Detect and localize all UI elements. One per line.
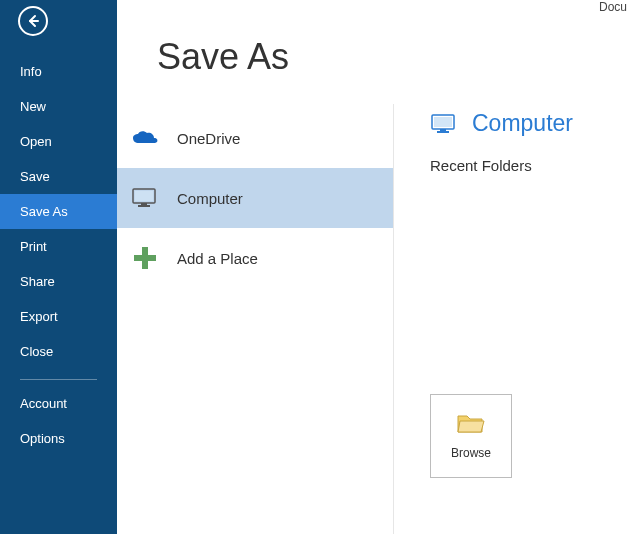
- nav-account[interactable]: Account: [0, 386, 117, 421]
- nav-close[interactable]: Close: [0, 334, 117, 369]
- places-list: OneDrive Computer: [117, 104, 394, 534]
- app-root: Info New Open Save Save As Print Share E…: [0, 0, 627, 534]
- svg-rect-8: [434, 117, 452, 127]
- svg-rect-4: [138, 205, 150, 207]
- main-pane: Docu Save As OneDrive: [117, 0, 627, 534]
- right-title: Computer: [472, 110, 573, 137]
- columns: OneDrive Computer: [117, 104, 627, 534]
- page-title: Save As: [157, 36, 627, 78]
- computer-icon: [131, 184, 159, 212]
- right-header: Computer: [430, 110, 627, 137]
- place-onedrive[interactable]: OneDrive: [117, 108, 393, 168]
- place-computer-label: Computer: [177, 190, 243, 207]
- nav-info[interactable]: Info: [0, 54, 117, 89]
- nav-new[interactable]: New: [0, 89, 117, 124]
- place-computer[interactable]: Computer: [117, 168, 393, 228]
- nav-share[interactable]: Share: [0, 264, 117, 299]
- nav-options[interactable]: Options: [0, 421, 117, 456]
- nav-print[interactable]: Print: [0, 229, 117, 264]
- nav-save[interactable]: Save: [0, 159, 117, 194]
- place-add-label: Add a Place: [177, 250, 258, 267]
- browse-wrap: Browse: [430, 394, 627, 478]
- right-pane: Computer Recent Folders Browse: [394, 104, 627, 534]
- nav-save-as[interactable]: Save As: [0, 194, 117, 229]
- nav-export[interactable]: Export: [0, 299, 117, 334]
- place-onedrive-label: OneDrive: [177, 130, 240, 147]
- document-title-fragment: Docu: [595, 0, 627, 14]
- svg-rect-3: [141, 203, 147, 205]
- folder-icon: [456, 412, 486, 434]
- place-add[interactable]: Add a Place: [117, 228, 393, 288]
- nav-divider: [20, 379, 97, 380]
- browse-button[interactable]: Browse: [430, 394, 512, 478]
- back-button[interactable]: [18, 6, 48, 36]
- recent-folders-label: Recent Folders: [430, 157, 627, 174]
- svg-rect-9: [440, 129, 446, 131]
- nav-list: Info New Open Save Save As Print Share E…: [0, 54, 117, 456]
- computer-icon: [430, 113, 458, 135]
- onedrive-icon: [131, 124, 159, 152]
- add-place-icon: [131, 244, 159, 272]
- browse-label: Browse: [451, 446, 491, 460]
- backstage-sidebar: Info New Open Save Save As Print Share E…: [0, 0, 117, 534]
- nav-open[interactable]: Open: [0, 124, 117, 159]
- svg-rect-2: [135, 191, 153, 201]
- svg-rect-6: [134, 255, 156, 261]
- svg-rect-10: [437, 131, 449, 133]
- back-arrow-icon: [25, 13, 41, 29]
